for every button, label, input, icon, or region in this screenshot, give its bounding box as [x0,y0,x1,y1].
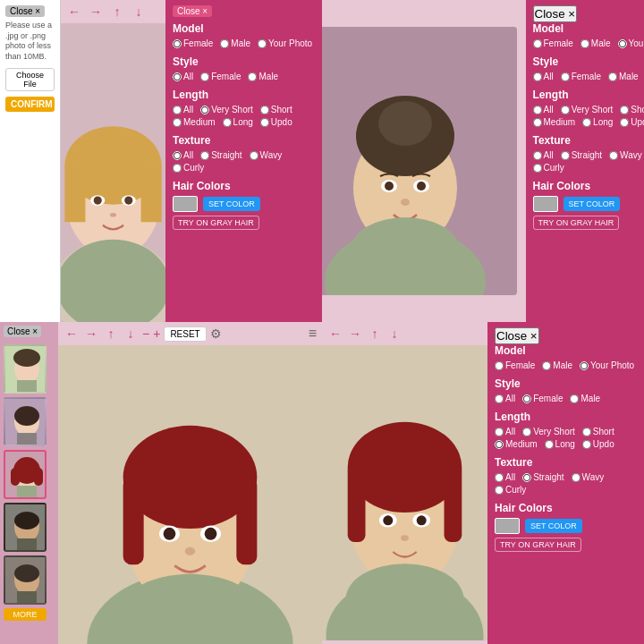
length-long-option[interactable]: Long [223,117,253,127]
settings-close-button[interactable]: Close × [173,5,212,17]
br-nav-down[interactable]: ↓ [386,326,402,342]
texture-wavy-option[interactable]: Wavy [250,150,283,160]
length-veryshort-option[interactable]: Very Short [200,105,253,114]
length-updo-option[interactable]: Updo [260,117,292,127]
tr-texture-curly[interactable]: Curly [533,163,564,173]
br-settings-close-button[interactable]: Close × [495,327,539,344]
br-nav-left[interactable]: ← [327,326,343,342]
style-male-option[interactable]: Male [248,72,278,81]
choose-file-button[interactable]: Choose File [5,68,55,91]
svg-point-74 [401,535,409,541]
length-all-option[interactable]: All [173,105,193,114]
model-yourphoto-option[interactable]: Your Photo [258,38,312,48]
tr-set-color-button[interactable]: SET COLOR [564,197,621,211]
tr-length-updo[interactable]: Updo [620,117,644,127]
style-section: Style All Female Male [173,55,315,81]
thumbnail-close-row: Close × [4,326,55,337]
br-nav-up[interactable]: ↑ [367,326,383,342]
tr-length-short[interactable]: Short [620,105,644,114]
tr-length-long[interactable]: Long [582,117,613,127]
tr-texture-straight[interactable]: Straight [561,150,602,160]
tr-length-all[interactable]: All [533,105,554,114]
thumbnail-4[interactable] [4,503,47,552]
tr-model-male[interactable]: Male [580,38,611,48]
bl-plus-btn[interactable]: + [153,326,160,341]
tr-texture-wavy[interactable]: Wavy [609,150,642,160]
bl-nav-right[interactable]: → [83,326,99,342]
tr-style-all[interactable]: All [533,72,554,81]
br-texture-all[interactable]: All [495,472,515,482]
br-length-updo[interactable]: Updo [582,439,614,449]
model-male-option[interactable]: Male [220,38,250,48]
nav-right-arrow[interactable]: → [88,4,104,20]
tr-model-female[interactable]: Female [533,38,573,48]
svg-rect-5 [64,165,85,222]
try-gray-button[interactable]: TRY ON GRAY HAIR [173,216,259,230]
br-style-male[interactable]: Male [570,394,600,403]
bl-nav-down[interactable]: ↓ [123,326,139,342]
bl-nav-up[interactable]: ↑ [103,326,119,342]
br-model-female[interactable]: Female [495,360,535,370]
br-texture-title: Texture [495,456,637,469]
length-medium-option[interactable]: Medium [173,117,216,127]
br-texture-straight[interactable]: Straight [522,472,564,482]
br-texture-curly[interactable]: Curly [495,485,526,495]
br-nav-right[interactable]: → [347,326,363,342]
tr-style-female[interactable]: Female [561,72,601,81]
texture-straight-option[interactable]: Straight [200,150,242,160]
br-model-yourphoto[interactable]: Your Photo [580,360,634,370]
svg-rect-54 [123,477,144,564]
br-hair-color-swatch[interactable] [495,518,520,534]
br-model-male[interactable]: Male [542,360,572,370]
tr-hair-color-swatch[interactable] [533,196,558,212]
texture-all-option[interactable]: All [173,150,193,160]
style-all-option[interactable]: All [173,72,193,81]
hair-color-swatch[interactable] [173,196,198,212]
svg-rect-32 [14,406,39,426]
tr-try-gray-button[interactable]: TRY ON GRAY HAIR [533,216,620,230]
model-female-option[interactable]: Female [173,38,213,48]
bl-minus-btn[interactable]: − [142,326,149,341]
br-try-gray-button[interactable]: TRY ON GRAY HAIR [495,538,581,552]
style-female-option[interactable]: Female [200,72,241,81]
bl-nav-left[interactable]: ← [64,326,80,342]
length-short-option[interactable]: Short [260,105,292,114]
upload-close-button[interactable]: Close × [5,5,45,17]
main-model-photo [58,345,322,644]
more-thumbnails-button[interactable]: MORE [4,608,47,621]
br-length-all[interactable]: All [495,427,515,436]
tr-texture-all[interactable]: All [533,150,554,160]
bottom-right-model-area: ← → ↑ ↓ [322,322,487,644]
confirm-button[interactable]: CONFIRM [5,97,55,112]
hamburger-button[interactable]: ≡ [309,326,317,342]
tr-length-vshort[interactable]: Very Short [561,105,614,114]
top-right-settings-panel: Close × Model Female Male Your Photo [526,0,645,322]
tr-model-yourphoto[interactable]: Your Photo [618,38,644,48]
br-length-short[interactable]: Short [582,427,614,436]
thumbnail-5[interactable] [4,555,47,605]
thumbnail-2[interactable] [4,397,47,446]
br-style-all[interactable]: All [495,394,515,403]
thumbnail-3[interactable] [4,450,47,499]
bottom-left-nav: ← → ↑ ↓ − + RESET ⚙ ≡ [58,322,322,345]
texture-curly-option[interactable]: Curly [173,163,204,173]
br-length-long[interactable]: Long [545,439,575,449]
reset-button[interactable]: RESET [164,326,206,342]
nav-left-arrow[interactable]: ← [66,4,82,20]
br-length-vshort[interactable]: Very Short [522,427,575,436]
tr-style-male[interactable]: Male [608,72,639,81]
br-set-color-button[interactable]: SET COLOR [525,519,582,533]
br-length-medium[interactable]: Medium [495,439,538,449]
nav-down-arrow[interactable]: ↓ [131,4,147,20]
nav-up-arrow[interactable]: ↑ [109,4,125,20]
svg-point-57 [164,528,176,540]
gear-button[interactable]: ⚙ [210,326,222,341]
tr-texture-title: Texture [533,134,645,147]
thumbnail-close-button[interactable]: Close × [4,326,41,337]
tr-length-medium[interactable]: Medium [533,117,576,127]
set-color-button[interactable]: SET COLOR [203,197,260,211]
br-texture-wavy[interactable]: Wavy [572,472,605,482]
thumbnail-1[interactable] [4,344,47,394]
tr-settings-close-button[interactable]: Close × [533,5,578,22]
br-style-female[interactable]: Female [522,394,563,403]
